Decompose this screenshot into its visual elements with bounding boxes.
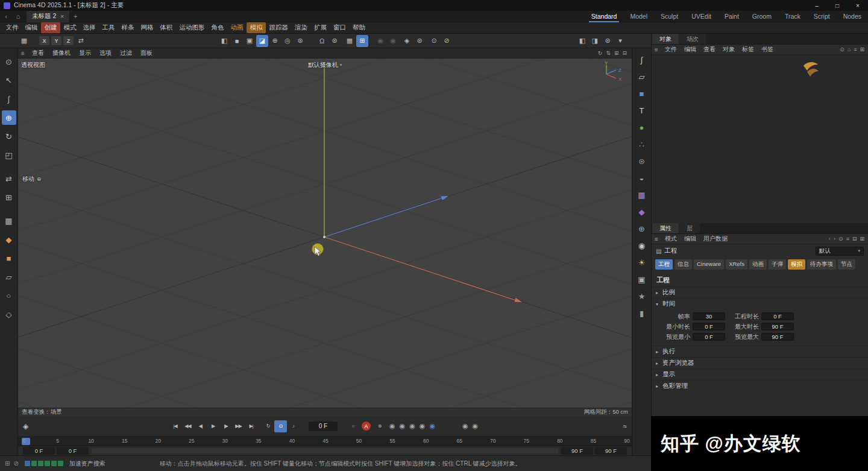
tab-层[interactable]: 层 [679,223,700,233]
set-keyframe-button[interactable]: ◈ [23,416,28,436]
preview-range-slider[interactable] [92,448,558,454]
view-sync-icon[interactable]: ⇅ [606,50,611,56]
range-end2-field[interactable]: 90 F [595,447,627,455]
history-back-icon[interactable]: ‹ [829,236,831,242]
boole-icon[interactable]: ◆ [635,205,649,218]
camera-icon[interactable]: ◉ [635,239,649,252]
menu-模拟[interactable]: 模拟 [247,22,266,33]
layout-tab-paint[interactable]: Paint [718,11,746,22]
history-tool[interactable]: ◇ [2,307,16,321]
category-工程[interactable]: 工程 [655,259,673,270]
section-色彩管理[interactable]: ▸色彩管理 [652,380,868,391]
field-工程时长[interactable]: 0 F [761,312,794,320]
sound-toggle[interactable]: ♪ [287,420,300,432]
quantize-toggle[interactable]: Ω [274,420,287,432]
minimize-button[interactable]: – [807,0,827,11]
field-预览最大[interactable]: 90 F [761,333,794,341]
light-icon[interactable]: ☀ [635,256,649,269]
lock-y-button[interactable]: Y [51,36,61,45]
field-icon[interactable]: ◒ [635,171,649,185]
panel-icon[interactable]: ⊞ [860,46,864,52]
document-tab[interactable]: 未标题 2 × [27,11,69,22]
search-icon[interactable]: ⊙ [840,46,844,52]
new-panel-icon[interactable]: ⊞ [860,236,864,242]
current-frame-field[interactable]: 0 F [309,422,338,431]
menu-编辑[interactable]: 编辑 [22,22,41,33]
lock-workplane-button[interactable]: ⊙ [428,35,440,47]
simulate-play-button[interactable]: ◉ [374,35,386,47]
menu-运动图形[interactable]: 运动图形 [176,22,208,33]
model-mode-button[interactable]: ■ [231,35,243,47]
previous-frame-button[interactable]: ◀| [194,420,207,432]
close-button[interactable]: × [848,0,868,11]
menu-跟踪器[interactable]: 跟踪器 [266,22,292,33]
sketch-tool[interactable]: ▱ [2,270,16,284]
render-view-button[interactable]: ◧ [576,35,588,47]
coordinate-system-button[interactable]: ⇄ [75,35,87,47]
camera-name-label[interactable]: 默认摄像机 ▾ [308,61,342,69]
category-动画[interactable]: 动画 [749,259,767,270]
play-button[interactable]: ▶ [207,420,219,432]
viewport-menu-过滤[interactable]: 过滤 [116,49,136,57]
lock-icon[interactable]: ⊟ [852,236,857,242]
viewport-menu-查看[interactable]: 查看 [28,49,48,57]
next-key-button[interactable]: ▶▶ [232,420,245,432]
plane-icon[interactable]: ▱ [635,70,649,83]
menu-体积[interactable]: 体积 [157,22,176,33]
fcurve-mode-button[interactable]: ≈ [623,416,627,436]
preset-dropdown[interactable]: 默认 ▾ [816,247,864,256]
loop-toggle[interactable]: ↻ [262,420,274,432]
attribute-burger-icon[interactable]: ≡ [652,236,661,242]
render-menu-button[interactable]: ▾ [614,35,626,47]
quantize-toggle[interactable]: ⊞ [356,35,368,47]
previous-key-button[interactable]: ◀◀ [181,420,194,432]
viewport-menu-面板[interactable]: 面板 [136,49,157,57]
tab-场次[interactable]: 场次 [679,34,706,44]
keyframe-options-button[interactable]: ○ [347,420,359,432]
workplane-mode-button[interactable]: ◪ [256,35,268,47]
object-manager-burger-icon[interactable]: ≡ [652,46,661,53]
make-editable-button[interactable]: ◧ [218,35,230,47]
autokey-record-button[interactable]: A [362,422,371,431]
brush-icon[interactable]: ▮ [635,306,649,320]
category-模拟[interactable]: 模拟 [788,259,805,270]
section-执行[interactable]: ▸执行 [652,346,868,357]
section-显示[interactable]: ▸显示 [652,368,868,380]
axis-gizmo[interactable]: Y Z X [599,61,627,84]
simulation-tool[interactable]: ◆ [2,232,16,247]
record-pla-toggle[interactable]: ◉ [429,422,435,430]
menu-创建[interactable]: 创建 [41,22,60,33]
field-预览最小[interactable]: 0 F [693,333,725,341]
category-节点[interactable]: 节点 [838,259,855,270]
material-icon[interactable]: ▣ [635,273,649,286]
menu-渲染[interactable]: 渲染 [292,22,311,33]
tab-close-icon[interactable]: × [60,13,64,20]
record-rotation-toggle[interactable]: ◉ [409,422,415,430]
cloner-icon[interactable]: ∴ [635,138,649,151]
category-信息[interactable]: 信息 [675,259,692,270]
view-name-label[interactable]: 透视视图 [21,61,45,69]
category-子弹[interactable]: 子弹 [769,259,786,270]
record-settings-button[interactable]: ⊛ [373,420,386,432]
record-position-toggle[interactable]: ◉ [389,422,395,430]
mode-settings-button[interactable]: ⊛ [294,35,306,47]
simulate-step-button[interactable]: ◉ [387,35,399,47]
deformer-icon[interactable]: ⊛ [635,154,649,168]
rotate-tool[interactable]: ↻ [2,129,16,144]
filter-icon[interactable]: ≡ [854,46,857,52]
menu-角色[interactable]: 角色 [208,22,227,33]
search-icon[interactable]: ⊙ [838,236,843,242]
lock-z-button[interactable]: Z [63,36,74,45]
add-tab-button[interactable]: + [69,13,81,20]
pen-tool[interactable]: ∫ [2,92,16,106]
record-parameter-toggle[interactable]: ◉ [420,422,426,430]
move-tool[interactable]: ⊕ [2,110,16,125]
menu-工具[interactable]: 工具 [99,22,118,33]
view-maximize-icon[interactable]: ⊟ [622,50,627,56]
record-scale-toggle[interactable]: ◉ [400,422,406,430]
status-circle-icon[interactable]: ⊘ [13,460,18,467]
range-start-field[interactable]: 0 F [23,447,55,455]
texture-mode-button[interactable]: ▣ [244,35,256,47]
om-menu-文件[interactable]: 文件 [661,45,681,54]
viewport-menu-选项[interactable]: 选项 [95,49,116,57]
